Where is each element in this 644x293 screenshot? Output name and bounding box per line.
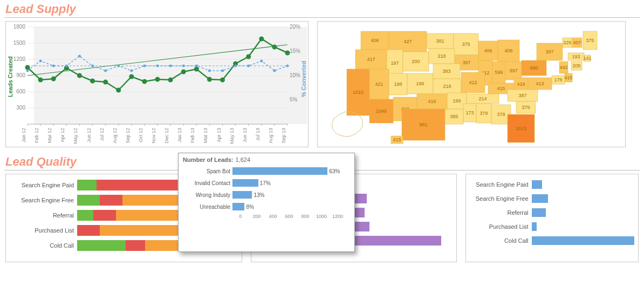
blue-bar-row: Search Engine Free — [466, 192, 638, 206]
bar-segment — [126, 240, 145, 251]
svg-point-82 — [194, 67, 199, 72]
tooltip-bar — [232, 179, 258, 187]
svg-point-95 — [91, 65, 94, 67]
tooltip-bar — [232, 167, 327, 175]
svg-text:Leads Created: Leads Created — [7, 56, 13, 97]
svg-text:218: 218 — [437, 53, 446, 59]
svg-text:Dec 12: Dec 12 — [164, 128, 169, 144]
svg-text:596: 596 — [495, 70, 503, 75]
svg-text:379: 379 — [522, 105, 530, 110]
svg-text:15%: 15% — [290, 48, 300, 54]
svg-text:141: 141 — [583, 56, 591, 61]
svg-point-102 — [182, 65, 185, 67]
bar-label: Search Engine Free — [466, 195, 532, 202]
svg-point-97 — [117, 65, 120, 67]
svg-text:Apr 13: Apr 13 — [216, 128, 222, 142]
svg-text:413: 413 — [536, 81, 544, 86]
svg-text:Jan 13: Jan 13 — [177, 128, 182, 142]
us-map-chart[interactable]: 4064273813754064063972264073754171972002… — [317, 21, 626, 147]
bar-segment — [532, 180, 542, 189]
svg-text:415: 415 — [497, 86, 505, 91]
svg-point-92 — [52, 65, 55, 67]
bar-label: Referral — [6, 212, 77, 219]
tooltip-pct: 63% — [329, 168, 340, 174]
svg-text:178: 178 — [554, 77, 562, 83]
svg-text:378: 378 — [497, 112, 505, 117]
blue-bar-row: Purchased List — [466, 220, 638, 234]
svg-point-91 — [39, 60, 42, 63]
svg-point-109 — [273, 70, 276, 72]
svg-text:Jul 12: Jul 12 — [99, 128, 105, 141]
svg-text:5%: 5% — [290, 97, 298, 103]
tooltip-bar — [232, 203, 244, 210]
svg-text:397: 397 — [462, 60, 470, 65]
quality-blue-chart[interactable]: Search Engine PaidSearch Engine FreeRefe… — [465, 174, 639, 262]
svg-point-74 — [90, 79, 95, 84]
bar-segment — [100, 195, 122, 206]
bar-segment — [77, 210, 93, 221]
svg-text:412: 412 — [469, 80, 477, 85]
svg-text:600: 600 — [16, 88, 25, 94]
svg-text:% Converted: % Converted — [300, 61, 307, 97]
svg-text:Jun 12: Jun 12 — [86, 128, 92, 142]
bar-segment — [77, 240, 126, 251]
svg-point-88 — [272, 45, 277, 50]
svg-text:Jul 13: Jul 13 — [255, 128, 261, 141]
svg-text:Oct 12: Oct 12 — [138, 128, 143, 142]
svg-text:Jan 12: Jan 12 — [21, 128, 26, 142]
svg-text:10%: 10% — [290, 72, 300, 78]
svg-point-98 — [130, 70, 133, 72]
svg-text:1049: 1049 — [376, 108, 387, 114]
svg-point-99 — [143, 65, 146, 67]
svg-point-70 — [38, 78, 43, 83]
svg-text:Sep 12: Sep 12 — [125, 128, 131, 144]
svg-text:Sep 13: Sep 13 — [281, 128, 286, 144]
svg-text:Mar 12: Mar 12 — [47, 128, 52, 143]
svg-text:173: 173 — [465, 110, 474, 115]
svg-point-110 — [286, 65, 289, 67]
svg-text:417: 417 — [367, 57, 375, 62]
svg-point-94 — [78, 55, 81, 58]
svg-point-80 — [168, 78, 173, 83]
bar-label: Referral — [466, 209, 532, 216]
svg-point-93 — [65, 65, 68, 67]
blue-bar-row: Search Engine Paid — [466, 178, 638, 192]
bar-label: Cold Call — [6, 242, 77, 249]
tooltip-pct: 8% — [246, 204, 254, 210]
svg-point-89 — [285, 51, 290, 56]
bar-segment — [77, 195, 100, 206]
svg-text:300: 300 — [16, 105, 25, 111]
bar-label: Search Engine Paid — [466, 181, 532, 188]
svg-text:May 12: May 12 — [73, 128, 78, 144]
svg-point-104 — [208, 70, 211, 72]
svg-text:407: 407 — [573, 40, 581, 45]
svg-point-103 — [195, 65, 198, 67]
svg-point-107 — [247, 65, 250, 67]
svg-point-79 — [155, 77, 160, 82]
svg-text:Nov 12: Nov 12 — [151, 128, 156, 144]
svg-point-90 — [26, 70, 29, 72]
supply-line-chart[interactable]: 3006009001200150018005%10%15%20%Jan 12Fe… — [5, 21, 309, 147]
bar-segment — [532, 222, 537, 231]
blue-bar-row: Referral — [466, 206, 638, 220]
bar-segment — [532, 236, 634, 245]
svg-text:1800: 1800 — [13, 24, 26, 30]
svg-text:1500: 1500 — [13, 40, 26, 46]
svg-text:418: 418 — [517, 81, 525, 87]
svg-text:Feb 13: Feb 13 — [190, 128, 195, 143]
svg-text:900: 900 — [16, 72, 25, 78]
svg-text:416: 416 — [428, 99, 436, 104]
tooltip-row-label: Spam Bot — [183, 168, 232, 174]
svg-point-101 — [169, 65, 172, 67]
tooltip-bar — [232, 191, 252, 199]
svg-text:397: 397 — [545, 49, 553, 54]
svg-point-81 — [181, 70, 186, 74]
disqualify-tooltip: Number of Leads:1,624 Spam Bot63%Invalid… — [178, 153, 355, 252]
svg-text:1010: 1010 — [353, 90, 364, 95]
svg-point-86 — [246, 54, 251, 59]
svg-text:198: 198 — [394, 81, 402, 87]
svg-text:421: 421 — [375, 81, 383, 87]
svg-text:1613: 1613 — [516, 126, 526, 131]
svg-text:218: 218 — [443, 84, 451, 89]
svg-text:415: 415 — [564, 75, 572, 80]
